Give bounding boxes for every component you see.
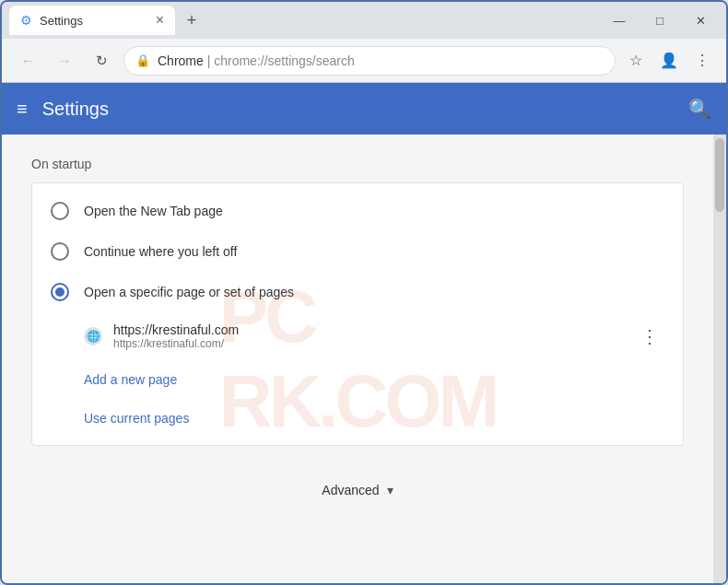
- site-info: https://krestinaful.com https://krestina…: [113, 322, 635, 350]
- site-favicon: 🌐: [84, 327, 102, 345]
- radio-label-continue: Continue where you left off: [84, 244, 237, 259]
- radio-new-tab[interactable]: Open the New Tab page: [32, 191, 683, 231]
- active-tab[interactable]: ⚙ Settings ×: [9, 6, 175, 35]
- tab-close-button[interactable]: ×: [156, 13, 164, 28]
- section-label: On startup: [31, 157, 684, 171]
- address-input[interactable]: 🔒 Chrome | chrome://settings/search: [123, 46, 616, 76]
- site-entry: 🌐 https://krestinaful.com https://kresti…: [32, 312, 683, 360]
- address-bar: ← → ↻ 🔒 Chrome | chrome://settings/searc…: [2, 39, 726, 83]
- advanced-button[interactable]: Advanced: [322, 483, 379, 497]
- close-button[interactable]: ✕: [682, 6, 719, 34]
- radio-continue[interactable]: Continue where you left off: [32, 231, 683, 272]
- bookmark-icon[interactable]: ☆: [623, 48, 649, 74]
- site-url: https://krestinaful.com/: [113, 337, 635, 350]
- site-menu-button[interactable]: ⋮: [635, 322, 664, 351]
- settings-search-icon[interactable]: 🔍: [688, 98, 711, 120]
- scrollbar-track[interactable]: [713, 135, 726, 583]
- add-new-page-link[interactable]: Add a new page: [32, 360, 683, 399]
- radio-circle-continue: [51, 242, 69, 261]
- settings-header-title: Settings: [42, 99, 109, 120]
- radio-circle-specific: [51, 283, 69, 301]
- radio-specific[interactable]: Open a specific page or set of pages: [32, 272, 683, 312]
- use-current-pages-link[interactable]: Use current pages: [32, 399, 683, 438]
- maximize-button[interactable]: □: [641, 6, 678, 34]
- radio-label-specific: Open a specific page or set of pages: [84, 285, 294, 299]
- address-right-icons: ☆ 👤 ⋮: [623, 48, 715, 74]
- use-current-pages-anchor[interactable]: Use current pages: [84, 411, 189, 426]
- address-text: Chrome | chrome://settings/search: [158, 53, 604, 68]
- back-button[interactable]: ←: [13, 46, 42, 76]
- advanced-section: Advanced ▾: [31, 468, 684, 512]
- site-name: https://krestinaful.com: [113, 322, 635, 337]
- new-tab-button[interactable]: +: [179, 7, 205, 33]
- content-area: PCRK.COM On startup Open the New Tab pag…: [2, 135, 713, 583]
- radio-label-new-tab: Open the New Tab page: [84, 204, 223, 218]
- browser-window: ⚙ Settings × + — □ ✕ ← → ↻ 🔒 Chrome | ch…: [0, 0, 728, 585]
- forward-button[interactable]: →: [50, 46, 79, 76]
- title-bar: ⚙ Settings × + — □ ✕: [2, 2, 726, 39]
- window-controls: — □ ✕: [601, 6, 719, 34]
- add-new-page-anchor[interactable]: Add a new page: [84, 372, 177, 387]
- settings-header: ≡ Settings 🔍: [2, 83, 726, 135]
- menu-icon[interactable]: ⋮: [689, 48, 715, 74]
- lock-icon: 🔒: [135, 53, 150, 67]
- radio-circle-new-tab: [51, 202, 69, 220]
- hamburger-button[interactable]: ≡: [17, 99, 28, 120]
- main-content: PCRK.COM On startup Open the New Tab pag…: [2, 135, 726, 583]
- profile-icon[interactable]: 👤: [656, 48, 682, 74]
- tab-favicon: ⚙: [20, 13, 32, 28]
- advanced-arrow-icon: ▾: [387, 483, 393, 497]
- minimize-button[interactable]: —: [601, 6, 638, 34]
- refresh-button[interactable]: ↻: [87, 46, 116, 76]
- scrollbar-thumb[interactable]: [715, 138, 724, 212]
- tab-title: Settings: [40, 14, 148, 28]
- startup-options-card: Open the New Tab page Continue where you…: [31, 182, 684, 446]
